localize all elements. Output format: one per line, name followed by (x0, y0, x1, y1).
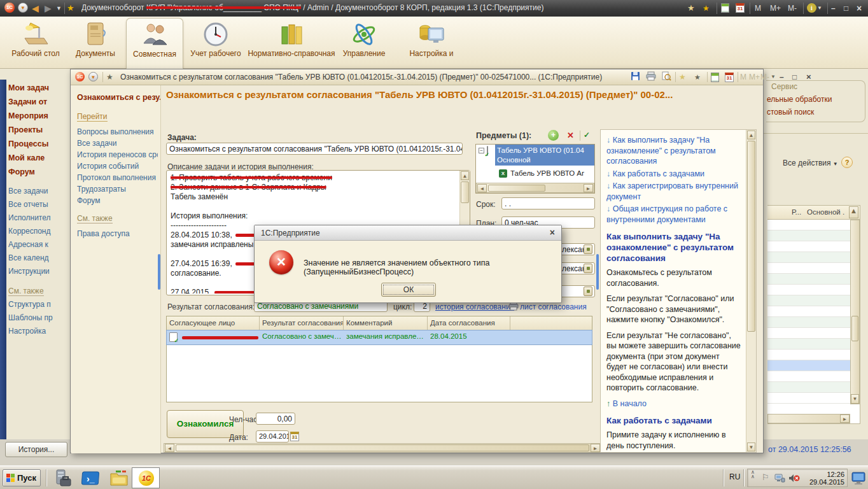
history-button[interactable]: История... (5, 442, 67, 457)
scroll-up-button[interactable]: ▲ (747, 131, 755, 139)
calendar-icon[interactable]: 31 (736, 3, 745, 13)
column-header-date[interactable]: Дата согласования (428, 316, 510, 330)
sidebar-item-setup[interactable]: Настройка (8, 327, 70, 340)
scroll-left-button[interactable]: ◄ (165, 444, 174, 452)
calendar-icon[interactable]: 31 (725, 73, 734, 82)
sidebar-item-all-reports[interactable]: Все отчеты (8, 200, 70, 213)
task-input[interactable]: Ознакомиться с результатом согласования … (166, 143, 463, 155)
tree-expander-icon[interactable]: − (479, 148, 484, 153)
info-icon[interactable]: i (807, 3, 816, 13)
main-menu-button[interactable]: ▼ (18, 3, 28, 13)
help-splitter-handle[interactable] (596, 254, 599, 290)
more-caret[interactable]: ▼ (771, 71, 776, 83)
show-desktop-button[interactable] (851, 471, 865, 486)
add-favorite-icon[interactable]: ★ (679, 71, 686, 83)
sidebar-item-tasks-from[interactable]: Задачи от (8, 97, 70, 111)
add-subject-icon[interactable]: + (548, 130, 559, 141)
nav-link-execution-protocol[interactable]: Протокол выполнения за... (77, 173, 158, 185)
favorites-list-icon[interactable]: ★ (703, 2, 710, 15)
add-favorite-icon[interactable]: ★ (687, 2, 695, 15)
table-row[interactable] (767, 241, 860, 252)
dialog-close-icon[interactable]: × (550, 227, 555, 237)
sidebar-item-correspondence[interactable]: Корреспонд (8, 227, 70, 240)
calculator-icon[interactable] (711, 73, 719, 82)
language-indicator[interactable]: RU (729, 472, 740, 481)
tray-clock[interactable]: 12:26 29.04.2015 (809, 471, 844, 486)
help-link-register-document[interactable]: ↓ Как зарегистрировать внутренний докуме… (606, 181, 741, 202)
help-scrollbar[interactable]: ▲ ▼ (746, 130, 756, 452)
deadline-field[interactable]: . . (501, 197, 595, 209)
ok-button[interactable]: ОК (381, 283, 436, 297)
window-favorite-star[interactable]: ★ (106, 71, 113, 83)
calculator-icon[interactable] (721, 3, 729, 13)
scrollbar-thumb[interactable] (747, 141, 755, 332)
sidebar-item-my-tasks[interactable]: Мои задач (8, 83, 70, 97)
horizontal-scrollbar[interactable]: ► (767, 414, 850, 423)
scroll-down-button[interactable]: ▼ (851, 394, 859, 404)
table-row[interactable] (767, 328, 860, 339)
section-reference-data[interactable]: Нормативно-справочная (247, 18, 336, 69)
section-desktop[interactable]: Рабочий стол (8, 18, 64, 69)
help-question-button[interactable]: ? (841, 157, 853, 168)
subjects-tree[interactable]: − Табель УРВ ЮВТО (01.04 Основной X Табе… (475, 144, 595, 194)
table-row[interactable] (767, 360, 860, 371)
subject-child-item[interactable]: Табель УРВ ЮВТО Аг (510, 169, 593, 177)
help-link-how-to-complete[interactable]: ↓ Как выполнить задачу "На ознакомление"… (606, 135, 741, 167)
sidebar-item-process-templates[interactable]: Шаблоны пр (8, 313, 70, 327)
section-documents[interactable]: Документы (66, 18, 125, 69)
table-row[interactable] (767, 295, 860, 306)
service-item-fulltext-search[interactable]: стовый поиск (767, 108, 866, 117)
scroll-left-button[interactable]: ◄ (477, 184, 487, 192)
date-picker-icon[interactable]: 31 (290, 432, 299, 441)
sidebar-item-all-tasks[interactable]: Все задачи (8, 187, 70, 200)
scrollbar-thumb[interactable] (176, 444, 589, 451)
nav-link-all-tasks[interactable]: Все задачи (77, 139, 158, 150)
column-header-r[interactable]: Р... (792, 208, 801, 216)
help-link-general-instruction[interactable]: ↓ Общая инструкция по работе с внутренни… (606, 204, 741, 225)
column-header-comment[interactable]: Комментарий (344, 316, 428, 330)
nav-link-forum[interactable]: Форум (77, 196, 158, 208)
sidebar-item-forum[interactable]: Форум (8, 167, 70, 181)
column-header-main[interactable]: Основной . (807, 208, 844, 216)
table-row[interactable] (767, 371, 860, 382)
table-row[interactable] (767, 306, 860, 317)
table-row[interactable] (767, 317, 860, 328)
nav-link-event-history[interactable]: История событий (77, 162, 158, 173)
date-field[interactable]: 29.04.2015 (256, 430, 289, 443)
nav-link-deadline-history[interactable]: История переносов срока (77, 150, 158, 162)
window-menu-button[interactable]: ▼ (88, 72, 98, 82)
edit-subject-icon[interactable]: ✓ (584, 131, 595, 141)
table-row[interactable] (767, 393, 860, 404)
favorites-list-icon[interactable]: ★ (694, 71, 701, 83)
sidebar-item-address-book[interactable]: Адресная к (8, 240, 70, 253)
tray-network-icon[interactable] (774, 473, 785, 485)
window-close-button[interactable]: × (857, 2, 862, 15)
sidebar-item-org-structure[interactable]: Структура п (8, 300, 70, 313)
column-header-result[interactable]: Результат согласования (260, 316, 344, 330)
sidebar-item-all-calendars[interactable]: Все календ (8, 253, 70, 267)
approval-table-row[interactable]: Согласовано с замечаниями замечания испр… (167, 330, 592, 344)
start-button[interactable]: Пуск (3, 469, 41, 486)
scroll-right-button[interactable]: ► (584, 184, 593, 192)
table-row[interactable] (767, 285, 860, 295)
window-minimize-button[interactable]: – (831, 2, 836, 15)
nav-history-caret[interactable]: ▼ (56, 2, 62, 15)
nav-splitter-handle[interactable] (158, 254, 160, 290)
info-caret[interactable]: ▼ (817, 2, 822, 15)
section-collaboration[interactable]: Совместная (126, 18, 183, 69)
nav-back-button[interactable]: ◀ (32, 2, 39, 15)
nav-link-execution-questions[interactable]: Вопросы выполнения (77, 127, 158, 139)
approval-sheet-link[interactable]: лист согласования (520, 302, 601, 311)
table-row[interactable] (767, 252, 860, 263)
scrollbar-thumb[interactable] (461, 181, 469, 203)
table-row[interactable] (767, 263, 860, 274)
help-link-work-with-tasks[interactable]: ↓ Как работать с задачами (606, 169, 741, 180)
task-minimize-button[interactable]: – (780, 71, 784, 83)
person-picker-button[interactable] (584, 244, 592, 254)
window-restore-button[interactable]: □ (844, 2, 848, 15)
app-1c-icon[interactable]: 1С (4, 3, 15, 13)
section-settings[interactable]: Настройка и (392, 18, 471, 69)
sidebar-item-performers[interactable]: Исполнител (8, 213, 70, 227)
tray-flag-icon[interactable]: ⚐ (762, 472, 769, 482)
sidebar-item-projects[interactable]: Проекты (8, 125, 70, 139)
